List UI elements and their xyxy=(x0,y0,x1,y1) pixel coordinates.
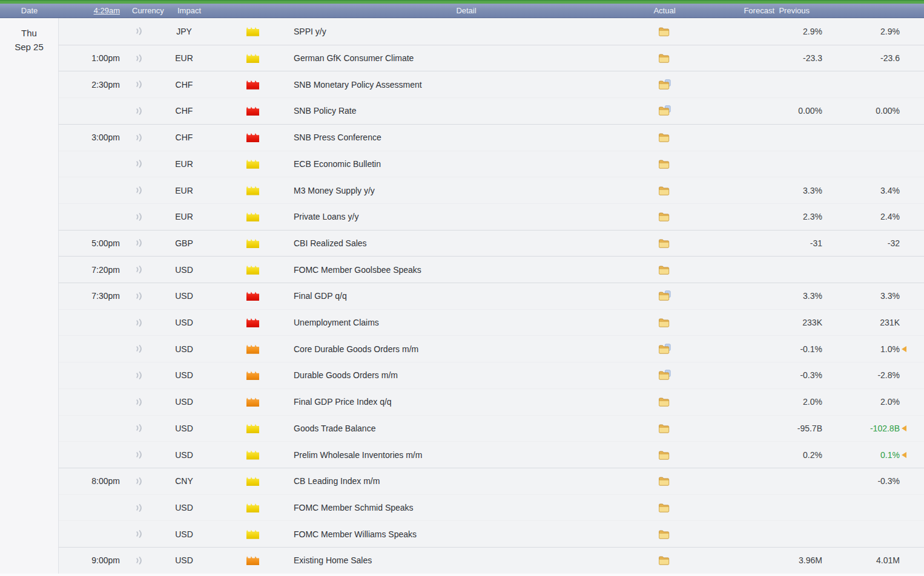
alert-cell[interactable] xyxy=(121,238,156,248)
alert-cell[interactable] xyxy=(121,555,156,566)
detail-cell[interactable] xyxy=(639,159,690,169)
folder-document-icon[interactable] xyxy=(658,290,672,301)
table-row[interactable]: JPY SPPI y/y 2.9% 2.9% xyxy=(59,18,924,45)
table-row[interactable]: USD Core Durable Goods Orders m/m -0.1% … xyxy=(59,335,924,362)
signal-alert-icon[interactable] xyxy=(134,503,144,513)
table-row[interactable]: USD Final GDP Price Index q/q 2.0% 2.0% xyxy=(59,388,924,415)
table-row[interactable]: USD Unemployment Claims 233K 231K xyxy=(59,309,924,336)
table-row[interactable]: 9:00pm USD Existing Home Sales 3.96M 4.0… xyxy=(59,547,924,574)
table-row[interactable]: USD FOMC Member Schmid Speaks xyxy=(59,494,924,521)
table-row[interactable]: EUR Private Loans y/y 2.3% 2.4% xyxy=(59,203,924,230)
folder-document-icon[interactable] xyxy=(658,370,672,381)
table-row[interactable]: EUR M3 Money Supply y/y 3.3% 3.4% xyxy=(59,177,924,203)
signal-alert-icon[interactable] xyxy=(134,529,144,539)
current-time-link[interactable]: 4:29am xyxy=(59,6,121,15)
folder-document-icon[interactable] xyxy=(658,344,672,355)
folder-icon[interactable] xyxy=(658,502,672,513)
signal-alert-icon[interactable] xyxy=(134,344,144,354)
signal-alert-icon[interactable] xyxy=(134,185,144,195)
alert-cell[interactable] xyxy=(121,212,156,222)
folder-icon[interactable] xyxy=(658,159,672,169)
folder-icon[interactable] xyxy=(658,396,672,407)
signal-alert-icon[interactable] xyxy=(134,238,144,248)
folder-icon[interactable] xyxy=(658,26,672,37)
detail-cell[interactable] xyxy=(639,370,690,381)
alert-cell[interactable] xyxy=(121,529,156,539)
detail-cell[interactable] xyxy=(639,450,690,460)
folder-document-icon[interactable] xyxy=(658,79,672,90)
folder-icon[interactable] xyxy=(658,238,672,249)
table-row[interactable]: USD Goods Trade Balance -95.7B -102.8B xyxy=(59,415,924,442)
table-row[interactable]: EUR ECB Economic Bulletin xyxy=(59,151,924,177)
alert-cell[interactable] xyxy=(121,344,156,354)
detail-cell[interactable] xyxy=(639,396,690,407)
table-row[interactable]: USD FOMC Member Williams Speaks xyxy=(59,520,924,547)
folder-icon[interactable] xyxy=(658,450,672,460)
detail-cell[interactable] xyxy=(639,26,690,37)
detail-cell[interactable] xyxy=(639,476,690,486)
table-row[interactable]: 8:00pm CNY CB Leading Index m/m -0.3% xyxy=(59,468,924,494)
signal-alert-icon[interactable] xyxy=(134,133,144,143)
folder-icon[interactable] xyxy=(658,529,672,540)
alert-cell[interactable] xyxy=(121,450,156,460)
detail-cell[interactable] xyxy=(639,344,690,355)
signal-alert-icon[interactable] xyxy=(134,106,144,116)
detail-cell[interactable] xyxy=(639,105,690,116)
signal-alert-icon[interactable] xyxy=(134,476,144,486)
alert-cell[interactable] xyxy=(121,26,156,36)
signal-alert-icon[interactable] xyxy=(134,423,144,433)
folder-icon[interactable] xyxy=(658,53,672,64)
table-row[interactable]: 5:00pm GBP CBI Realized Sales -31 -32 xyxy=(59,230,924,257)
detail-cell[interactable] xyxy=(639,238,690,249)
signal-alert-icon[interactable] xyxy=(134,370,144,381)
table-row[interactable]: CHF SNB Policy Rate 0.00% 0.00% xyxy=(59,97,924,124)
alert-cell[interactable] xyxy=(121,370,156,381)
folder-document-icon[interactable] xyxy=(658,105,672,116)
detail-cell[interactable] xyxy=(639,132,690,143)
table-row[interactable]: 7:20pm USD FOMC Member Goolsbee Speaks xyxy=(59,256,924,283)
detail-cell[interactable] xyxy=(639,79,690,90)
alert-cell[interactable] xyxy=(121,423,156,433)
signal-alert-icon[interactable] xyxy=(134,159,144,169)
alert-cell[interactable] xyxy=(121,159,156,169)
alert-cell[interactable] xyxy=(121,264,156,275)
folder-icon[interactable] xyxy=(658,264,672,275)
folder-icon[interactable] xyxy=(658,132,672,143)
folder-icon[interactable] xyxy=(658,476,672,486)
alert-cell[interactable] xyxy=(121,318,156,328)
signal-alert-icon[interactable] xyxy=(134,79,144,90)
alert-cell[interactable] xyxy=(121,476,156,486)
alert-cell[interactable] xyxy=(121,185,156,195)
alert-cell[interactable] xyxy=(121,106,156,116)
detail-cell[interactable] xyxy=(639,317,690,328)
detail-cell[interactable] xyxy=(639,211,690,222)
alert-cell[interactable] xyxy=(121,291,156,301)
detail-cell[interactable] xyxy=(639,185,690,196)
table-row[interactable]: 1:00pm EUR German GfK Consumer Climate -… xyxy=(59,45,924,71)
alert-cell[interactable] xyxy=(121,133,156,143)
detail-cell[interactable] xyxy=(639,423,690,434)
alert-cell[interactable] xyxy=(121,53,156,64)
folder-icon[interactable] xyxy=(658,317,672,328)
signal-alert-icon[interactable] xyxy=(134,450,144,460)
signal-alert-icon[interactable] xyxy=(134,26,144,36)
signal-alert-icon[interactable] xyxy=(134,555,144,566)
detail-cell[interactable] xyxy=(639,290,690,301)
alert-cell[interactable] xyxy=(121,503,156,513)
signal-alert-icon[interactable] xyxy=(134,397,144,407)
table-row[interactable]: USD Durable Goods Orders m/m -0.3% -2.8% xyxy=(59,362,924,388)
folder-icon[interactable] xyxy=(658,211,672,222)
detail-cell[interactable] xyxy=(639,264,690,275)
detail-cell[interactable] xyxy=(639,529,690,540)
detail-cell[interactable] xyxy=(639,53,690,64)
alert-cell[interactable] xyxy=(121,79,156,90)
table-row[interactable]: 2:30pm CHF SNB Monetary Policy Assessmen… xyxy=(59,71,924,97)
folder-icon[interactable] xyxy=(658,555,672,566)
detail-cell[interactable] xyxy=(639,555,690,566)
detail-cell[interactable] xyxy=(639,502,690,513)
table-row[interactable]: 3:00pm CHF SNB Press Conference xyxy=(59,124,924,151)
alert-cell[interactable] xyxy=(121,397,156,407)
table-row[interactable]: USD Prelim Wholesale Inventories m/m 0.2… xyxy=(59,441,924,468)
signal-alert-icon[interactable] xyxy=(134,318,144,328)
table-row[interactable]: 7:30pm USD Final GDP q/q 3.3% 3.3% xyxy=(59,283,924,309)
